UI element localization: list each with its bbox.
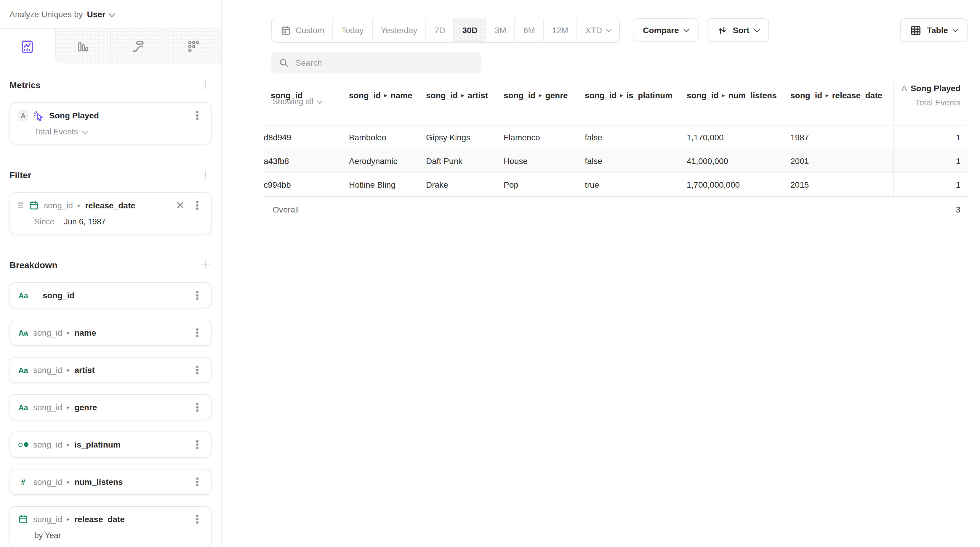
- visualization-tab[interactable]: [110, 29, 165, 64]
- breadcrumb-separator: ▸: [620, 91, 623, 100]
- kebab-icon: [196, 518, 199, 520]
- overall-value: 3: [902, 205, 967, 214]
- breakdown-item[interactable]: # song_id ▸ num_listens: [10, 469, 212, 495]
- breakdown-options-button[interactable]: [191, 439, 203, 450]
- breakdown-item[interactable]: Aa song_id ▸ name: [10, 320, 212, 346]
- breakdown-property-name: is_platinum: [74, 440, 121, 449]
- bar-chart-icon: [76, 40, 90, 54]
- date-range-label: Custom: [296, 25, 324, 35]
- visualization-tab[interactable]: [55, 29, 110, 64]
- aggregation-selector[interactable]: Total Events: [34, 127, 87, 136]
- visualization-tab[interactable]: [165, 29, 221, 64]
- chevron-down-icon: [317, 98, 323, 104]
- column-header[interactable]: song_id ▸ name: [349, 90, 426, 100]
- breakdown-bucketing[interactable]: by Year: [34, 531, 61, 540]
- date-range-option[interactable]: 3M: [486, 18, 515, 42]
- add-breakdown-button[interactable]: [200, 259, 212, 271]
- add-metric-button[interactable]: [200, 79, 212, 90]
- text-property-icon: Aa: [18, 291, 29, 300]
- flows-icon: [131, 40, 145, 54]
- metric-options-button[interactable]: [191, 109, 203, 121]
- drag-handle-icon[interactable]: [18, 205, 23, 206]
- breakdown-options-button[interactable]: [191, 364, 203, 376]
- filter-card[interactable]: song_id ▸ release_date Since Jun 6, 1987: [10, 192, 212, 235]
- showing-all-selector[interactable]: Showing all: [272, 97, 322, 106]
- search-input[interactable]: [294, 57, 475, 68]
- visualization-tab[interactable]: [0, 29, 55, 64]
- column-header[interactable]: song_id ▸ release_date: [791, 90, 894, 100]
- table-cell: true: [585, 180, 687, 189]
- metric-card[interactable]: A Song Played Total: [10, 102, 212, 144]
- metric-column-header[interactable]: A Song Played Total Events: [894, 84, 967, 125]
- date-range-option[interactable]: XTD: [576, 18, 619, 42]
- date-range-option[interactable]: Yesterday: [372, 18, 426, 42]
- breakdown-options-button[interactable]: [191, 401, 203, 413]
- table-row[interactable]: a43fb8 Aerodynamic Daft Punk House false…: [264, 149, 967, 172]
- breakdown-property-prefix: song_id: [33, 328, 62, 338]
- sort-button[interactable]: Sort: [707, 18, 769, 42]
- date-range-option[interactable]: 7D: [426, 18, 453, 42]
- date-range-label: 7D: [434, 25, 445, 35]
- breakdown-property-name: genre: [74, 403, 97, 412]
- breadcrumb-separator: ▸: [67, 366, 70, 374]
- column-name: is_platinum: [626, 90, 673, 100]
- query-builder-sidebar: Analyze Uniques by User: [0, 0, 221, 547]
- filter-options-button[interactable]: [191, 200, 203, 211]
- breakdown-item[interactable]: Aa song_id ▸ genre: [10, 394, 212, 420]
- column-header[interactable]: song_id ▸ is_platinum: [585, 90, 687, 100]
- analyze-by-selector[interactable]: User: [87, 10, 115, 19]
- date-range-option[interactable]: 6M: [515, 18, 543, 42]
- breakdown-options-button[interactable]: [191, 476, 203, 488]
- table-cell: 1,170,000: [687, 132, 791, 142]
- kebab-icon: [196, 481, 199, 483]
- breadcrumb-separator: ▸: [384, 91, 387, 100]
- date-range-option[interactable]: Today: [332, 18, 372, 42]
- boolean-property-icon: [18, 442, 29, 447]
- breakdown-property-prefix: song_id: [33, 440, 62, 449]
- filter-property-prefix: song_id: [44, 201, 73, 210]
- column-header[interactable]: song_id ▸ num_listens: [687, 90, 791, 100]
- add-filter-button[interactable]: [200, 169, 212, 181]
- breakdown-section-header: Breakdown: [10, 259, 212, 271]
- table-cell: Aerodynamic: [349, 156, 426, 165]
- table-search[interactable]: [271, 52, 482, 73]
- analysis-header: Analyze Uniques by User: [0, 0, 221, 29]
- search-icon: [278, 58, 289, 67]
- date-property-icon: [29, 201, 39, 210]
- results-table: song_id song_id ▸ name song_id ▸ artist: [264, 80, 967, 223]
- date-range-option[interactable]: Custom: [272, 18, 332, 42]
- table-row[interactable]: d8d949 Bamboleo Gipsy Kings Flamenco fal…: [264, 125, 967, 149]
- breakdown-item[interactable]: Aa song_id ▸ artist: [10, 357, 212, 383]
- aggregation-value: Total Events: [34, 127, 78, 136]
- plus-icon: [202, 171, 210, 179]
- filter-operator[interactable]: Since: [34, 217, 54, 226]
- chevron-down-icon: [606, 26, 612, 32]
- breakdown-item[interactable]: song_id ▸ is_platinum: [10, 431, 212, 458]
- breakdown-options-button[interactable]: [191, 290, 203, 301]
- breakdown-options-button[interactable]: [191, 327, 203, 339]
- table-cell: Pop: [504, 180, 585, 189]
- compare-button[interactable]: Compare: [633, 18, 698, 42]
- text-property-icon: Aa: [18, 366, 29, 374]
- table-cell: false: [585, 156, 687, 165]
- view-type-button[interactable]: Table: [900, 18, 967, 42]
- date-range-option[interactable]: 12M: [543, 18, 576, 42]
- column-header[interactable]: song_id ▸ artist: [426, 90, 504, 100]
- view-type-label: Table: [927, 25, 948, 35]
- table-cell: Gipsy Kings: [426, 132, 504, 142]
- table-row[interactable]: c994bb Hotline Bling Drake Pop true 1,70…: [264, 172, 967, 196]
- filter-value[interactable]: Jun 6, 1987: [64, 217, 106, 226]
- breakdown-item[interactable]: Aa song_id: [10, 282, 212, 308]
- date-range-option[interactable]: 30D: [453, 18, 486, 42]
- metric-aggregation-label: Total Events: [915, 98, 961, 107]
- breakdown-title: Breakdown: [10, 260, 57, 270]
- kebab-icon: [196, 332, 199, 334]
- column-header[interactable]: song_id ▸ genre: [504, 90, 585, 100]
- breadcrumb-separator: ▸: [826, 91, 828, 100]
- overall-label: Overall: [264, 205, 902, 214]
- breakdown-options-button[interactable]: [191, 513, 203, 525]
- breakdown-item[interactable]: song_id ▸ release_date by Year: [10, 506, 212, 547]
- table-cell: Flamenco: [504, 132, 585, 142]
- remove-filter-button[interactable]: [175, 200, 185, 211]
- plus-icon: [202, 81, 210, 89]
